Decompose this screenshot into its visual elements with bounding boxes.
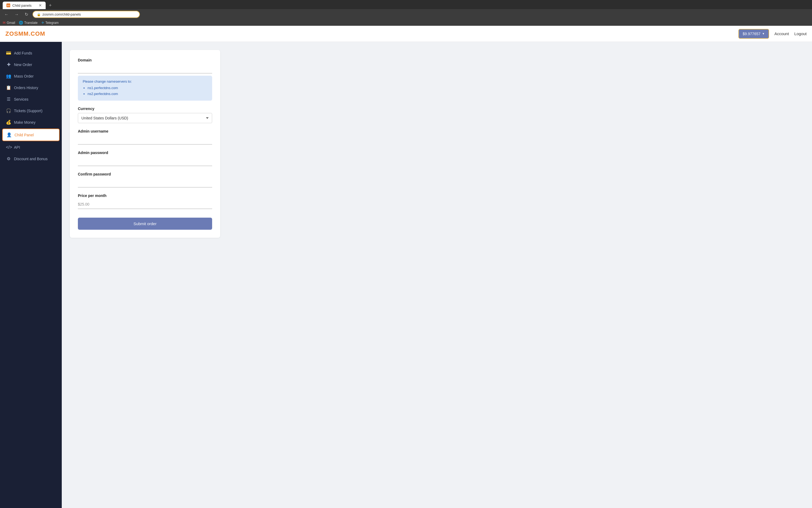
- sidebar-label-services: Services: [14, 97, 29, 101]
- logout-link[interactable]: Logout: [794, 31, 807, 36]
- sidebar-item-mass-order[interactable]: 👥 Mass Order: [0, 70, 62, 82]
- sidebar-item-orders-history[interactable]: 📋 Orders History: [0, 82, 62, 93]
- bookmark-translate-label: Translate: [24, 21, 38, 25]
- sidebar-item-api[interactable]: </> API: [0, 142, 62, 153]
- back-button[interactable]: ←: [3, 11, 10, 17]
- api-icon: </>: [6, 145, 11, 150]
- admin-username-group: Admin username: [78, 129, 212, 145]
- sidebar-item-tickets[interactable]: 🎧 Tickets (Support): [0, 105, 62, 117]
- price-display: $25.00: [78, 200, 212, 209]
- header-right: $9.977657 ▼ Account Logout: [738, 29, 807, 39]
- sidebar-label-make-money: Make Money: [14, 120, 35, 125]
- nameserver-info-text: Please change nameservers to:: [83, 79, 207, 83]
- new-order-icon: ✚: [6, 62, 11, 67]
- account-link[interactable]: Account: [774, 31, 789, 36]
- nameserver-2: ns2.perfectdns.com: [87, 91, 207, 97]
- new-tab-button[interactable]: +: [47, 2, 54, 9]
- main-content: Domain Please change nameservers to: ns1…: [62, 42, 812, 508]
- nameserver-info-box: Please change nameservers to: ns1.perfec…: [78, 76, 212, 101]
- sidebar-label-add-funds: Add Funds: [14, 51, 32, 55]
- services-icon: ☰: [6, 97, 11, 102]
- sidebar-label-mass-order: Mass Order: [14, 74, 34, 78]
- tickets-icon: 🎧: [6, 108, 11, 113]
- sidebar-label-new-order: New Order: [14, 62, 32, 67]
- nameserver-1: ns1.perfectdns.com: [87, 85, 207, 91]
- tab-favicon: ZO: [6, 3, 10, 7]
- sidebar-label-child-panel: Child Panel: [14, 133, 34, 137]
- price-group: Price per month $25.00: [78, 194, 212, 209]
- domain-input[interactable]: [78, 65, 212, 74]
- sidebar-label-discount-bonus: Discount and Bonus: [14, 157, 47, 161]
- price-label: Price per month: [78, 194, 212, 198]
- bookmark-gmail[interactable]: ✉ Gmail: [3, 21, 15, 25]
- child-panel-icon: 👤: [6, 132, 12, 137]
- active-tab[interactable]: ZO Child panels ✕: [3, 2, 46, 9]
- add-funds-icon: 💳: [6, 50, 11, 55]
- confirm-password-group: Confirm password: [78, 172, 212, 187]
- sidebar-item-add-funds[interactable]: 💳 Add Funds: [0, 47, 62, 59]
- admin-password-label: Admin password: [78, 151, 212, 155]
- admin-password-input[interactable]: [78, 157, 212, 166]
- secure-icon: 🔒: [37, 13, 41, 16]
- tab-bar: ZO Child panels ✕ +: [3, 2, 809, 9]
- app-body: 💳 Add Funds ✚ New Order 👥 Mass Order 📋 O…: [0, 42, 812, 508]
- bookmark-telegram[interactable]: ✈ Telegram: [41, 21, 58, 25]
- sidebar-item-new-order[interactable]: ✚ New Order: [0, 59, 62, 70]
- child-panel-form-card: Domain Please change nameservers to: ns1…: [70, 50, 220, 238]
- chevron-down-icon: ▼: [762, 32, 765, 35]
- reload-button[interactable]: ↻: [23, 11, 30, 17]
- confirm-password-label: Confirm password: [78, 172, 212, 176]
- discount-bonus-icon: ⚙: [6, 156, 11, 161]
- submit-button[interactable]: Submit order: [78, 218, 212, 230]
- tab-close-button[interactable]: ✕: [39, 3, 42, 7]
- admin-username-input[interactable]: [78, 135, 212, 145]
- bookmark-translate[interactable]: 🌐 Translate: [19, 21, 38, 25]
- balance-button[interactable]: $9.977657 ▼: [738, 29, 769, 39]
- domain-group: Domain Please change nameservers to: ns1…: [78, 58, 212, 101]
- sidebar-label-api: API: [14, 145, 20, 150]
- domain-label: Domain: [78, 58, 212, 62]
- bookmarks-bar: ✉ Gmail 🌐 Translate ✈ Telegram: [0, 19, 812, 26]
- sidebar-label-orders-history: Orders History: [14, 86, 38, 90]
- make-money-icon: 💰: [6, 120, 11, 125]
- gmail-icon: ✉: [3, 21, 6, 25]
- app-logo: ZOSMM.COM: [5, 30, 45, 37]
- nameserver-list: ns1.perfectdns.com ns2.perfectdns.com: [83, 85, 207, 97]
- url-text: zosmm.com/child-panels: [42, 12, 81, 16]
- sidebar-item-child-panel[interactable]: 👤 Child Panel: [2, 129, 59, 141]
- bookmark-telegram-label: Telegram: [45, 21, 58, 25]
- forward-button[interactable]: →: [13, 11, 21, 17]
- mass-order-icon: 👥: [6, 74, 11, 79]
- app-header: ZOSMM.COM $9.977657 ▼ Account Logout: [0, 26, 812, 42]
- telegram-icon: ✈: [41, 21, 44, 25]
- sidebar: 💳 Add Funds ✚ New Order 👥 Mass Order 📋 O…: [0, 42, 62, 508]
- sidebar-item-make-money[interactable]: 💰 Make Money: [0, 117, 62, 128]
- browser-nav-bar: ← → ↻ 🔒 zosmm.com/child-panels: [0, 9, 812, 19]
- balance-amount: $9.977657: [743, 32, 761, 36]
- translate-icon: 🌐: [19, 21, 23, 25]
- address-bar[interactable]: 🔒 zosmm.com/child-panels: [33, 11, 140, 18]
- admin-password-group: Admin password: [78, 151, 212, 166]
- currency-label: Currency: [78, 107, 212, 111]
- sidebar-item-services[interactable]: ☰ Services: [0, 93, 62, 105]
- currency-group: Currency United States Dollars (USD) Eur…: [78, 107, 212, 123]
- confirm-password-input[interactable]: [78, 178, 212, 187]
- sidebar-item-discount-bonus[interactable]: ⚙ Discount and Bonus: [0, 153, 62, 165]
- sidebar-label-tickets: Tickets (Support): [14, 109, 42, 113]
- bookmark-gmail-label: Gmail: [7, 21, 15, 25]
- currency-select[interactable]: United States Dollars (USD) Euro (EUR) B…: [78, 113, 212, 123]
- tab-title: Child panels: [12, 3, 32, 7]
- admin-username-label: Admin username: [78, 129, 212, 133]
- orders-history-icon: 📋: [6, 85, 11, 90]
- browser-chrome: ZO Child panels ✕ +: [0, 0, 812, 9]
